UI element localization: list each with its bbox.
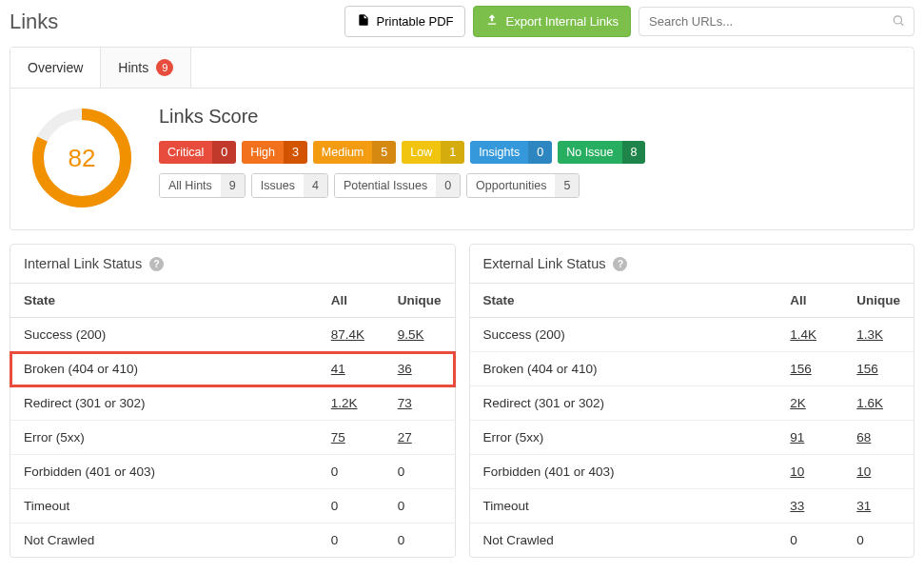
table-row: Redirect (301 or 302)1.2K73	[10, 386, 455, 421]
unique-cell[interactable]: 9.5K	[384, 318, 455, 352]
table-row: Success (200)87.4K9.5K	[10, 318, 455, 352]
table-row: Success (200)1.4K1.3K	[470, 318, 914, 352]
all-cell: 0	[318, 455, 384, 489]
internal-link-status-panel: Internal Link Status ? State All Unique …	[10, 244, 456, 558]
search-wrap	[639, 7, 914, 36]
tab-hints[interactable]: Hints 9	[101, 48, 191, 88]
unique-cell[interactable]: 73	[384, 386, 455, 421]
export-internal-links-button[interactable]: Export Internal Links	[473, 6, 631, 37]
severity-count: 1	[441, 141, 464, 164]
hint-summary-pill[interactable]: Issues4	[251, 173, 328, 198]
svg-line-1	[901, 23, 904, 26]
help-icon[interactable]: ?	[613, 257, 627, 271]
state-cell: Timeout	[10, 489, 318, 524]
table-row: Error (5xx)7527	[10, 421, 455, 455]
unique-cell: 0	[384, 524, 455, 558]
severity-count: 3	[284, 141, 307, 164]
severity-label: Critical	[159, 141, 212, 164]
severity-count: 8	[622, 141, 646, 164]
tab-overview[interactable]: Overview	[10, 48, 101, 88]
severity-count: 5	[372, 141, 396, 164]
pdf-label: Printable PDF	[377, 14, 454, 29]
score-title: Links Score	[159, 106, 895, 128]
table-row: Forbidden (401 or 403)00	[10, 455, 455, 489]
help-icon[interactable]: ?	[149, 257, 164, 271]
state-cell: Forbidden (401 or 403)	[470, 455, 777, 489]
severity-pill-high[interactable]: High3	[242, 141, 307, 164]
all-cell[interactable]: 75	[318, 421, 384, 455]
severity-label: High	[242, 141, 284, 164]
unique-cell[interactable]: 1.3K	[843, 318, 914, 352]
state-cell: Not Crawled	[470, 524, 777, 558]
unique-cell[interactable]: 68	[843, 421, 914, 455]
internal-th-state: State	[10, 284, 318, 318]
internal-th-all: All	[318, 284, 384, 318]
severity-pill-noissue[interactable]: No Issue8	[558, 141, 645, 164]
all-cell: 0	[318, 524, 384, 558]
all-cell[interactable]: 91	[777, 421, 843, 455]
all-cell[interactable]: 1.2K	[318, 386, 384, 421]
table-row: Not Crawled00	[10, 524, 455, 558]
score-ring: 82	[29, 106, 134, 210]
search-icon[interactable]	[892, 13, 905, 30]
severity-label: Medium	[313, 141, 372, 164]
all-cell[interactable]: 1.4K	[777, 318, 843, 352]
search-input[interactable]	[639, 7, 914, 36]
severity-pill-low[interactable]: Low1	[402, 141, 464, 164]
score-panel: 82 Links Score Critical0High3Medium5Low1…	[10, 89, 914, 230]
tab-overview-label: Overview	[28, 60, 83, 75]
severity-pill-critical[interactable]: Critical0	[159, 141, 236, 164]
page-title: Links	[10, 10, 58, 34]
unique-cell: 0	[384, 489, 455, 524]
hint-summary-count: 5	[555, 174, 579, 197]
severity-label: No Issue	[558, 141, 621, 164]
state-cell: Redirect (301 or 302)	[470, 386, 777, 421]
severity-count: 0	[528, 141, 552, 164]
state-cell: Forbidden (401 or 403)	[10, 455, 318, 489]
unique-cell[interactable]: 36	[384, 352, 455, 386]
external-link-status-panel: External Link Status ? State All Unique …	[469, 244, 915, 558]
unique-cell[interactable]: 10	[843, 455, 914, 489]
all-cell[interactable]: 87.4K	[318, 318, 384, 352]
severity-pill-medium[interactable]: Medium5	[313, 141, 396, 164]
hint-summary-pill[interactable]: Opportunities5	[466, 173, 580, 198]
table-row: Broken (404 or 410)156156	[470, 352, 914, 386]
unique-cell[interactable]: 31	[843, 489, 914, 524]
pdf-icon	[357, 13, 370, 30]
hint-summary-count: 0	[436, 174, 460, 197]
unique-cell[interactable]: 1.6K	[843, 386, 914, 421]
severity-count: 0	[212, 141, 236, 164]
unique-cell[interactable]: 156	[843, 352, 914, 386]
unique-cell[interactable]: 27	[384, 421, 455, 455]
printable-pdf-button[interactable]: Printable PDF	[344, 6, 466, 37]
external-title: External Link Status	[483, 256, 606, 271]
table-row: Not Crawled00	[470, 524, 914, 558]
state-cell: Success (200)	[10, 318, 318, 352]
hint-summary-label: Potential Issues	[335, 174, 436, 197]
state-cell: Broken (404 or 410)	[10, 352, 318, 386]
severity-label: Insights	[470, 141, 528, 164]
all-cell[interactable]: 33	[777, 489, 843, 524]
all-cell[interactable]: 156	[777, 352, 843, 386]
hint-summary-pill[interactable]: All Hints9	[159, 173, 246, 198]
all-cell[interactable]: 10	[777, 455, 843, 489]
all-cell[interactable]: 41	[318, 352, 384, 386]
top-actions: Printable PDF Export Internal Links	[344, 6, 914, 37]
severity-pill-insights[interactable]: Insights0	[470, 141, 552, 164]
severity-label: Low	[402, 141, 441, 164]
hint-summary-count: 9	[221, 174, 245, 197]
hint-summary-label: Issues	[252, 174, 304, 197]
hint-summary-row: All Hints9Issues4Potential Issues0Opport…	[159, 173, 895, 198]
hint-summary-label: All Hints	[160, 174, 221, 197]
tabs: Overview Hints 9	[10, 47, 914, 89]
all-cell: 0	[777, 524, 843, 558]
table-row: Timeout3331	[470, 489, 914, 524]
all-cell[interactable]: 2K	[777, 386, 843, 421]
svg-point-0	[894, 15, 901, 23]
tab-hints-label: Hints	[118, 60, 148, 75]
hint-summary-pill[interactable]: Potential Issues0	[334, 173, 461, 198]
state-cell: Not Crawled	[10, 524, 318, 558]
unique-cell: 0	[384, 455, 455, 489]
hints-count-badge: 9	[156, 59, 173, 76]
table-row: Forbidden (401 or 403)1010	[470, 455, 914, 489]
